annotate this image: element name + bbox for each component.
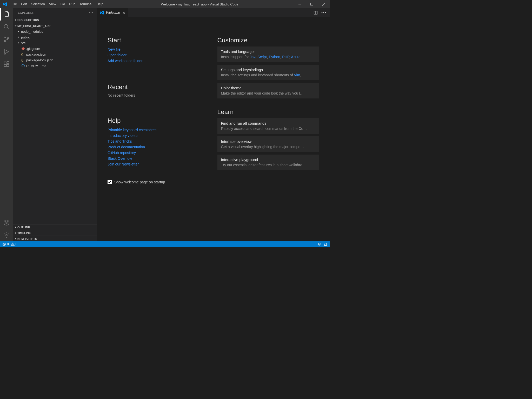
section-open-editors-label: OPEN EDITORS	[17, 18, 39, 22]
link-intro-videos[interactable]: Introductory videos	[108, 133, 210, 138]
menu-go[interactable]: Go	[58, 0, 67, 8]
link-tips-tricks[interactable]: Tips and Tricks	[108, 138, 210, 144]
card-desc: Try out essential editor features in a s…	[221, 163, 316, 167]
split-editor-icon[interactable]	[314, 11, 318, 15]
recent-empty-text: No recent folders	[108, 93, 210, 97]
tree-folder-public[interactable]: public	[13, 34, 97, 40]
start-heading: Start	[108, 37, 210, 44]
card-interface-overview[interactable]: Interface overview Get a visual overlay …	[217, 136, 320, 152]
activity-search[interactable]	[0, 21, 13, 33]
svg-point-4	[8, 38, 9, 39]
tree-label: public	[21, 35, 30, 39]
activity-bar	[0, 8, 13, 241]
tree-label: package.json	[26, 52, 46, 56]
tree-file-readme[interactable]: README.md	[13, 63, 97, 69]
menu-view[interactable]: View	[47, 0, 58, 8]
svg-point-12	[6, 234, 7, 236]
tree-file-gitignore[interactable]: .gitignore	[13, 46, 97, 51]
svg-text:{}: {}	[21, 58, 23, 62]
card-desc: Rapidly access and search commands from …	[221, 127, 316, 131]
git-file-icon	[21, 47, 26, 50]
tree-label: package-lock.json	[26, 58, 53, 62]
tree-file-package-lock-json[interactable]: {} package-lock.json	[13, 57, 97, 63]
section-folder-label: MY_FIRST_REACT_APP	[17, 24, 50, 28]
section-open-editors[interactable]: OPEN EDITORS	[13, 17, 97, 23]
card-desc: Install support for JavaScript, Python, …	[221, 55, 316, 59]
maximize-button[interactable]	[306, 0, 318, 8]
show-on-startup-row[interactable]: Show welcome page on startup	[108, 180, 210, 184]
svg-rect-7	[4, 64, 6, 66]
link-github-repo[interactable]: GitHub repository	[108, 150, 210, 156]
close-tab-icon[interactable]	[122, 11, 126, 15]
activity-extensions[interactable]	[0, 58, 13, 70]
card-desc: Get a visual overlay highlighting the ma…	[221, 145, 316, 149]
section-timeline[interactable]: TIMELINE	[13, 230, 97, 236]
menu-terminal[interactable]: Terminal	[77, 0, 94, 8]
link-keyboard-cheatsheet[interactable]: Printable keyboard cheatsheet	[108, 127, 210, 133]
svg-point-11	[6, 221, 8, 223]
welcome-page: Start New file Open folder... Add worksp…	[97, 17, 330, 241]
card-title: Find and run all commands	[221, 121, 316, 125]
checkbox-checked-icon[interactable]	[108, 180, 112, 184]
link-product-docs[interactable]: Product documentation	[108, 144, 210, 150]
tree-label: README.md	[26, 64, 46, 68]
link-open-folder[interactable]: Open folder...	[108, 52, 210, 58]
vscode-logo-icon	[100, 11, 104, 15]
chevron-right-icon	[16, 41, 21, 45]
help-heading: Help	[108, 117, 210, 124]
menu-run[interactable]: Run	[67, 0, 77, 8]
status-bell-icon[interactable]	[324, 242, 328, 246]
activity-accounts[interactable]	[0, 216, 13, 229]
menu-selection[interactable]: Selection	[29, 0, 47, 8]
status-warnings[interactable]: 0	[11, 242, 17, 246]
svg-point-3	[4, 41, 6, 42]
card-color-theme[interactable]: Color theme Make the editor and your cod…	[217, 83, 320, 98]
svg-rect-18	[23, 65, 23, 65]
link-add-workspace-folder[interactable]: Add workspace folder...	[108, 58, 210, 64]
tab-label: Welcome	[106, 11, 120, 15]
activity-settings[interactable]	[0, 229, 13, 241]
customize-heading: Customize	[217, 37, 320, 44]
tree-folder-src[interactable]: src	[13, 40, 97, 46]
link-stack-overflow[interactable]: Stack Overflow	[108, 156, 210, 161]
close-button[interactable]	[318, 0, 330, 8]
chevron-right-icon	[14, 237, 17, 241]
card-title: Color theme	[221, 86, 316, 90]
sidebar-more-icon[interactable]: •••	[89, 11, 94, 14]
svg-rect-6	[4, 62, 6, 64]
card-title: Interface overview	[221, 139, 316, 144]
link-new-file[interactable]: New file	[108, 46, 210, 52]
sidebar-header: EXPLORER •••	[13, 8, 97, 17]
card-settings-keybindings[interactable]: Settings and keybindings Install the set…	[217, 65, 320, 80]
section-outline[interactable]: OUTLINE	[13, 224, 97, 230]
tree-folder-node_modules[interactable]: node_modules	[13, 29, 97, 34]
card-find-commands[interactable]: Find and run all commands Rapidly access…	[217, 118, 320, 134]
activity-source-control[interactable]	[0, 33, 13, 45]
section-folder[interactable]: MY_FIRST_REACT_APP	[13, 23, 97, 29]
minimize-button[interactable]	[294, 0, 306, 8]
card-tools-languages[interactable]: Tools and languages Install support for …	[217, 46, 320, 62]
activity-run-debug[interactable]	[0, 45, 13, 58]
info-file-icon	[21, 64, 26, 68]
menu-help[interactable]: Help	[94, 0, 105, 8]
menu-file[interactable]: File	[9, 0, 19, 8]
chevron-right-icon	[14, 231, 17, 235]
link-newsletter[interactable]: Join our Newsletter	[108, 161, 210, 167]
tab-welcome[interactable]: Welcome	[97, 8, 128, 17]
window-title: Welcome - my_first_react_app - Visual St…	[105, 2, 294, 6]
card-interactive-playground[interactable]: Interactive playground Try out essential…	[217, 155, 320, 170]
activity-explorer[interactable]	[0, 8, 13, 21]
chevron-right-icon	[16, 30, 21, 33]
menu-bar: File Edit Selection View Go Run Terminal…	[9, 0, 105, 8]
card-title: Interactive playground	[221, 158, 316, 162]
menu-edit[interactable]: Edit	[19, 0, 29, 8]
svg-point-22	[319, 244, 319, 244]
more-actions-icon[interactable]: •••	[321, 11, 327, 15]
json-file-icon: {}	[21, 58, 26, 62]
chevron-right-icon	[16, 35, 21, 39]
section-npm-scripts[interactable]: NPM SCRIPTS	[13, 236, 97, 241]
status-feedback-icon[interactable]	[318, 242, 322, 246]
status-errors[interactable]: 0	[2, 242, 9, 246]
tree-file-package-json[interactable]: {} package.json	[13, 51, 97, 57]
card-desc: Install the settings and keyboard shortc…	[221, 73, 316, 77]
